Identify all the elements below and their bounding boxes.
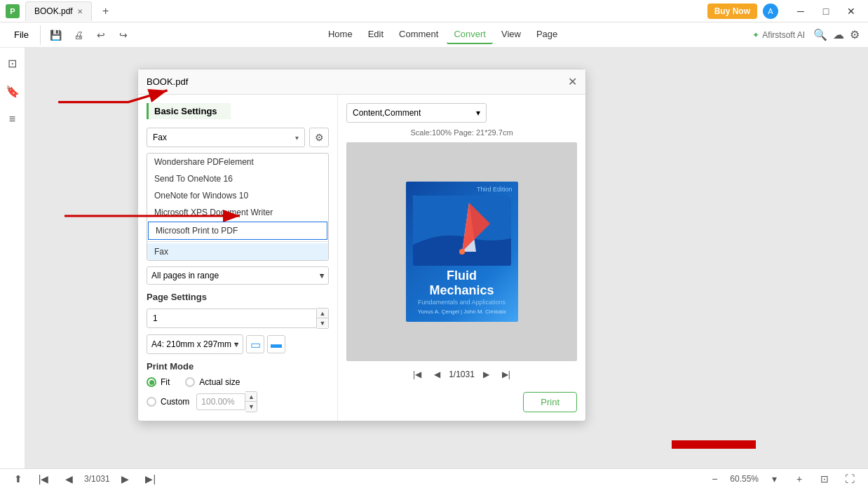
print-button-row: Print xyxy=(346,388,577,412)
main-area: ⊡ 🔖 ≡ BOOK.pdf xyxy=(0,48,868,468)
pages-dropdown[interactable]: All pages in range ▾ xyxy=(147,266,329,285)
custom-input-wrap: ▲ ▼ xyxy=(196,391,257,412)
print-button[interactable]: Print xyxy=(523,392,577,412)
fullscreen-button[interactable]: ⛶ xyxy=(840,469,860,489)
book-title: Fluid Mechanics xyxy=(413,269,511,299)
paper-size-select[interactable]: A4: 210mm x 297mm ▾ xyxy=(147,334,243,354)
sidebar-cursor-icon[interactable]: ⊡ xyxy=(3,53,22,73)
zoom-dropdown-button[interactable]: ▾ xyxy=(764,469,784,489)
tab-title: BOOK.pdf xyxy=(34,6,73,16)
book-edition: Third Edition xyxy=(477,186,513,193)
printer-option-4[interactable]: Microsoft XPS Document Writer xyxy=(147,204,328,221)
sidebar-bookmark-icon[interactable]: 🔖 xyxy=(3,81,22,101)
brand-label: ✦ Afirstsoft AI xyxy=(752,30,805,40)
zoom-level: 60.55% xyxy=(730,474,759,484)
copies-row: ▲ ▼ xyxy=(147,308,329,329)
fit-page-button[interactable]: ⊡ xyxy=(815,469,834,489)
buy-now-button[interactable]: Buy Now xyxy=(707,4,757,19)
page-settings-header: Page Settings xyxy=(147,292,329,302)
pages-dropdown-arrow-icon: ▾ xyxy=(320,271,324,280)
printer-select[interactable]: Fax ▾ xyxy=(147,128,305,147)
custom-spinners: ▲ ▼ xyxy=(245,391,257,412)
content-type-select[interactable]: Content,Comment ▾ xyxy=(346,103,487,123)
status-nav-start[interactable]: ⬆ xyxy=(8,469,28,489)
window-controls: ─ □ ✕ xyxy=(789,3,862,20)
scale-info: Scale:100% Page: 21*29.7cm xyxy=(346,128,577,137)
book-cover-image xyxy=(413,196,511,266)
print-toolbar-button[interactable]: 🖨 xyxy=(69,25,88,45)
undo-button[interactable]: ↩ xyxy=(91,25,111,45)
content-type-value: Content,Comment xyxy=(353,108,421,118)
printer-option-3[interactable]: OneNote for Windows 10 xyxy=(147,187,328,204)
printer-option-2[interactable]: Send To OneNote 16 xyxy=(147,170,328,187)
bottom-red-bar xyxy=(672,440,756,449)
status-last-button[interactable]: ▶| xyxy=(141,469,161,489)
dialog-body: Basic Settings Fax ▾ ⚙ Wondershare PDFel… xyxy=(138,95,585,421)
custom-percent-input[interactable] xyxy=(196,393,245,410)
printer-row: Fax ▾ ⚙ xyxy=(147,128,329,147)
paper-landscape-button[interactable]: ▬ xyxy=(267,335,285,353)
menu-comment[interactable]: Comment xyxy=(392,25,445,44)
svg-point-3 xyxy=(459,249,465,255)
paper-portrait-button[interactable]: ▭ xyxy=(246,335,264,353)
pagination-bar: |◀ ◀ 1/1031 ▶ ▶| xyxy=(346,361,577,388)
menubar: File 💾 🖨 ↩ ↪ Home Edit Comment Convert V… xyxy=(0,22,868,48)
menu-edit[interactable]: Edit xyxy=(361,25,391,44)
custom-down-button[interactable]: ▼ xyxy=(245,402,257,412)
minimize-button[interactable]: ─ xyxy=(789,3,812,20)
printer-option-1[interactable]: Wondershare PDFelement xyxy=(147,154,328,170)
book-cover: Third Edition xyxy=(406,182,518,322)
custom-up-button[interactable]: ▲ xyxy=(245,392,257,402)
zoom-in-button[interactable]: + xyxy=(789,469,809,489)
actual-size-radio-button[interactable] xyxy=(185,377,195,387)
redo-button[interactable]: ↪ xyxy=(114,25,133,45)
app-icon: P xyxy=(6,4,20,18)
dialog-right-panel: Content,Comment ▾ Scale:100% Page: 21*29… xyxy=(338,95,585,421)
custom-radio-button[interactable] xyxy=(147,397,156,407)
status-prev-button[interactable]: ◀ xyxy=(59,469,79,489)
last-page-button[interactable]: ▶| xyxy=(499,367,514,382)
status-next-button[interactable]: ▶ xyxy=(116,469,135,489)
menu-view[interactable]: View xyxy=(494,25,528,44)
user-avatar[interactable]: A xyxy=(763,4,778,19)
copies-up-button[interactable]: ▲ xyxy=(317,309,328,318)
printer-settings-button[interactable]: ⚙ xyxy=(309,128,329,147)
statusbar: ⬆ |◀ ◀ 3/1031 ▶ ▶| − 60.55% ▾ + ⊡ ⛶ xyxy=(0,468,868,488)
close-window-button[interactable]: ✕ xyxy=(840,3,862,20)
first-page-button[interactable]: |◀ xyxy=(409,367,425,382)
prev-page-button[interactable]: ◀ xyxy=(429,367,445,382)
pages-dropdown-value: All pages in range xyxy=(151,271,219,280)
maximize-button[interactable]: □ xyxy=(815,3,837,20)
copies-down-button[interactable]: ▼ xyxy=(317,318,328,328)
copies-input[interactable] xyxy=(147,309,317,328)
dropdown-divider xyxy=(147,241,328,242)
book-subtitle: Fundamentals and Applications xyxy=(418,299,506,306)
tab-close-icon[interactable]: ✕ xyxy=(77,8,83,15)
menu-right-icons: 🔍 ☁ ⚙ xyxy=(813,28,860,41)
cloud-icon[interactable]: ☁ xyxy=(833,28,844,41)
menu-page[interactable]: Page xyxy=(529,25,564,44)
document-tab[interactable]: BOOK.pdf ✕ xyxy=(25,1,92,21)
sidebar-list-icon[interactable]: ≡ xyxy=(3,109,22,129)
menu-home[interactable]: Home xyxy=(321,25,360,44)
save-button[interactable]: 💾 xyxy=(46,25,66,45)
printer-option-5[interactable]: Microsoft Print to PDF xyxy=(148,222,327,240)
next-page-button[interactable]: ▶ xyxy=(479,367,494,382)
custom-radio-label: Custom xyxy=(161,397,189,407)
new-tab-button[interactable]: + xyxy=(97,3,114,20)
status-first-button[interactable]: |◀ xyxy=(34,469,53,489)
printer-option-6[interactable]: Fax xyxy=(147,243,328,260)
printer-dropdown-list: Wondershare PDFelement Send To OneNote 1… xyxy=(147,153,329,261)
file-menu[interactable]: File xyxy=(8,27,34,43)
settings-icon[interactable]: ⚙ xyxy=(850,28,860,41)
content-type-arrow-icon: ▾ xyxy=(476,108,480,118)
content-area: BOOK.pdf ✕ Basic Settings Fax ▾ ⚙ xyxy=(25,48,868,468)
copies-spinners: ▲ ▼ xyxy=(317,308,329,329)
fit-radio-button[interactable] xyxy=(147,377,156,387)
menu-items: Home Edit Comment Convert View Page xyxy=(321,25,564,44)
dialog-close-button[interactable]: ✕ xyxy=(568,75,577,88)
menu-convert[interactable]: Convert xyxy=(447,25,493,44)
custom-row: Custom ▲ ▼ xyxy=(147,391,329,412)
zoom-out-button[interactable]: − xyxy=(705,469,724,489)
search-icon[interactable]: 🔍 xyxy=(813,28,827,41)
